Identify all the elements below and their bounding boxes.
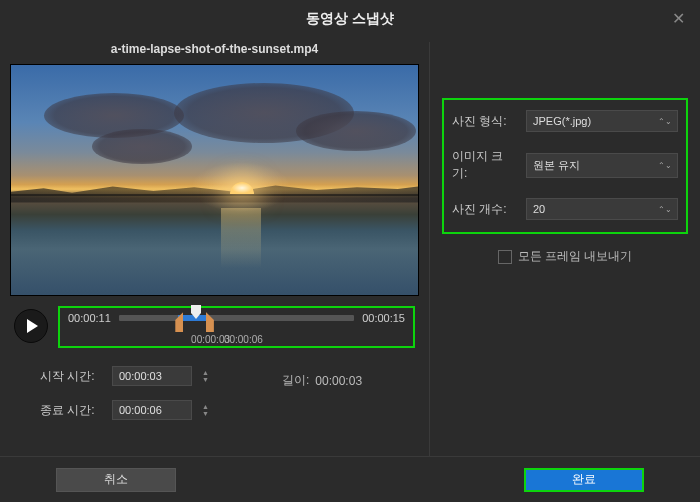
close-icon: ✕	[672, 9, 685, 28]
timeline-track[interactable]	[119, 315, 354, 321]
play-button[interactable]	[14, 309, 48, 343]
video-filename: a-time-lapse-shot-of-the-sunset.mp4	[10, 42, 419, 56]
start-time-label: 시작 시간:	[40, 368, 100, 385]
dialog-title: 동영상 스냅샷	[0, 10, 700, 28]
timeline-current-time: 00:00:11	[68, 312, 111, 324]
end-time-input[interactable]: 00:00:06	[112, 400, 192, 420]
end-time-label: 종료 시간:	[40, 402, 100, 419]
marker-end-time: 00:00:06	[224, 334, 263, 345]
size-select[interactable]: 원본 유지	[526, 153, 678, 178]
trim-handle-end[interactable]	[206, 312, 214, 332]
done-button[interactable]: 완료	[524, 468, 644, 492]
format-select[interactable]: JPEG(*.jpg)	[526, 110, 678, 132]
playhead[interactable]	[189, 305, 203, 319]
settings-highlight: 사진 형식: JPEG(*.jpg) ⌃⌄ 이미지 크기: 원본 유지 ⌃⌄ 사…	[442, 98, 688, 234]
format-label: 사진 형식:	[452, 113, 514, 130]
cancel-button[interactable]: 취소	[56, 468, 176, 492]
length-label: 길이:	[282, 372, 309, 389]
count-input[interactable]: 20	[526, 198, 678, 220]
size-label: 이미지 크기:	[452, 148, 514, 182]
play-icon	[27, 319, 38, 333]
video-preview[interactable]	[10, 64, 419, 296]
count-label: 사진 개수:	[452, 201, 514, 218]
start-time-input[interactable]: 00:00:03	[112, 366, 192, 386]
timeline-highlight: 00:00:11 00:00:15 00:00:03	[58, 306, 415, 348]
end-time-stepper[interactable]: ▲▼	[202, 403, 212, 417]
start-time-stepper[interactable]: ▲▼	[202, 369, 212, 383]
export-all-label: 모든 프레임 내보내기	[518, 248, 633, 265]
export-all-checkbox[interactable]	[498, 250, 512, 264]
close-button[interactable]: ✕	[666, 6, 690, 30]
timeline-duration: 00:00:15	[362, 312, 405, 324]
length-value: 00:00:03	[315, 374, 362, 388]
